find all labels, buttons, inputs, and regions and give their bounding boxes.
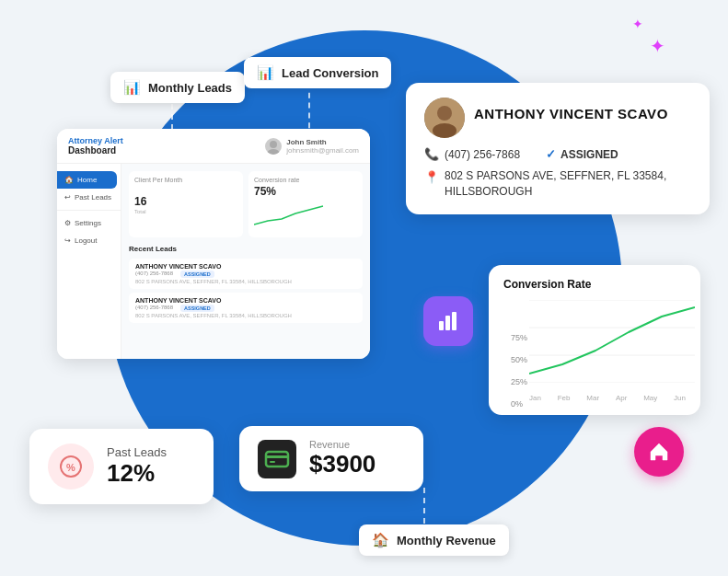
dashboard-header: Attorney Alert Dashboard John Smith john… bbox=[57, 129, 370, 164]
clients-chart-title: Client Per Month bbox=[134, 177, 237, 183]
contact-phone: 📞 (407) 256-7868 bbox=[424, 147, 520, 161]
contact-header: ANTHONY VINCENT SCAVO bbox=[424, 98, 691, 138]
svg-rect-11 bbox=[452, 312, 456, 330]
dashboard-body: 🏠 Home ↩ Past Leads ⚙ Settings ↪ Logout bbox=[57, 164, 370, 359]
revenue-card: Revenue $3900 bbox=[239, 426, 423, 491]
svg-point-1 bbox=[268, 149, 279, 155]
sidebar-item-settings[interactable]: ⚙ Settings bbox=[57, 214, 121, 232]
conversion-rate-title: Conversion Rate bbox=[503, 278, 686, 291]
contact-status: ✓ ASSIGNED bbox=[546, 147, 618, 161]
lead-conversion-tooltip: 📊 Lead Conversion bbox=[244, 57, 391, 88]
svg-point-3 bbox=[437, 106, 452, 121]
contact-card: ANTHONY VINCENT SCAVO 📞 (407) 256-7868 ✓… bbox=[406, 83, 710, 214]
lead-detail-2: (407) 256-7868 ASSIGNED bbox=[135, 305, 356, 312]
contact-info-row: 📞 (407) 256-7868 ✓ ASSIGNED bbox=[424, 147, 691, 161]
bar-chart-icon: 📊 bbox=[123, 79, 141, 96]
recent-leads-title: Recent Leads bbox=[129, 245, 363, 253]
revenue-value: $3900 bbox=[309, 450, 376, 478]
conversion-mini-value: 75% bbox=[254, 185, 357, 198]
user-email: johnsmith@gmail.com bbox=[286, 146, 359, 155]
lead-conversion-label: Lead Conversion bbox=[282, 66, 378, 80]
purple-chart-button[interactable] bbox=[423, 296, 473, 346]
conversion-chart-mini: Conversion rate 75% bbox=[248, 171, 363, 237]
home-icon: 🏠 bbox=[64, 176, 74, 184]
past-leads-card: % Past Leads 12% bbox=[29, 429, 214, 504]
scene: ✦ ✦ 📊 Monthly Leads 📊 Lead Conversion At… bbox=[0, 0, 728, 576]
lead-address-2: 802 S PARSONS AVE, SEFFNER, FL 33584, HI… bbox=[135, 313, 356, 318]
charts-row: Client Per Month 16 Total bbox=[129, 171, 363, 237]
user-info: John Smith johnsmith@gmail.com bbox=[265, 138, 359, 155]
dashboard-title: Dashboard bbox=[68, 145, 123, 156]
dashboard-card: Attorney Alert Dashboard John Smith john… bbox=[57, 129, 370, 359]
monthly-revenue-label: Monthly Revenue bbox=[397, 534, 496, 547]
dashboard-main: Client Per Month 16 Total bbox=[121, 164, 370, 359]
monthly-revenue-icon: 🏠 bbox=[372, 532, 389, 548]
settings-icon: ⚙ bbox=[64, 219, 71, 227]
conversion-y-labels: 75% 50% 25% 0% bbox=[511, 333, 527, 409]
past-leads-text: Past Leads 12% bbox=[107, 445, 167, 488]
revenue-label: Revenue bbox=[309, 439, 376, 450]
lead-item-2[interactable]: ANTHONY VINCENT SCAVO (407) 256-7868 ASS… bbox=[129, 293, 363, 323]
sidebar-item-past-leads[interactable]: ↩ Past Leads bbox=[57, 189, 121, 206]
lead-address-1: 802 S PARSONS AVE, SEFFNER, FL 33584, HI… bbox=[135, 279, 356, 284]
phone-icon: 📞 bbox=[424, 147, 439, 161]
monthly-leads-tooltip: 📊 Monthly Leads bbox=[110, 72, 245, 103]
app-logo: Attorney Alert bbox=[68, 136, 123, 145]
revenue-text: Revenue $3900 bbox=[309, 439, 376, 478]
conversion-chart-container: 75% 50% 25% 0% Jan Feb Mar bbox=[503, 300, 686, 402]
conversion-x-labels: Jan Feb Mar Apr May Jun bbox=[529, 394, 686, 402]
check-icon: ✓ bbox=[546, 147, 556, 161]
clients-bar-chart bbox=[152, 189, 163, 214]
conversion-line-chart bbox=[254, 202, 328, 228]
conversion-chart-svg-area bbox=[529, 300, 686, 392]
svg-rect-15 bbox=[266, 455, 288, 458]
pink-home-button[interactable] bbox=[634, 427, 684, 477]
past-leads-sidebar-icon: ↩ bbox=[64, 193, 71, 202]
sidebar-bottom: ⚙ Settings ↪ Logout bbox=[57, 210, 121, 249]
lead-conversion-icon: 📊 bbox=[257, 64, 274, 81]
monthly-leads-label: Monthly Leads bbox=[148, 81, 232, 95]
lead-detail-1: (407) 256-7868 ASSIGNED bbox=[135, 271, 356, 278]
clients-chart-value: 16 bbox=[134, 195, 146, 208]
revenue-icon bbox=[258, 440, 296, 478]
contact-address: 📍 802 S PARSONS AVE, SEFFNER, FL 33584, … bbox=[424, 168, 691, 200]
sparkle-icon-1: ✦ bbox=[632, 17, 643, 31]
conversion-mini-title: Conversion rate bbox=[254, 177, 357, 183]
avatar bbox=[265, 138, 282, 155]
svg-rect-9 bbox=[439, 321, 444, 330]
location-icon: 📍 bbox=[424, 169, 439, 186]
clients-chart-sub: Total bbox=[134, 209, 146, 214]
svg-text:%: % bbox=[66, 462, 75, 473]
conversion-svg bbox=[529, 300, 695, 383]
logout-icon: ↪ bbox=[64, 236, 71, 245]
sidebar-item-logout[interactable]: ↪ Logout bbox=[57, 232, 121, 249]
past-leads-icon: % bbox=[48, 444, 94, 490]
past-leads-label: Past Leads bbox=[107, 445, 167, 459]
chart-icon bbox=[435, 308, 461, 334]
svg-rect-16 bbox=[270, 461, 275, 463]
monthly-revenue-tooltip: 🏠 Monthly Revenue bbox=[359, 524, 509, 556]
lead-item-1[interactable]: ANTHONY VINCENT SCAVO (407) 256-7868 ASS… bbox=[129, 259, 363, 289]
contact-avatar bbox=[424, 98, 465, 138]
lead-name-2: ANTHONY VINCENT SCAVO bbox=[135, 297, 356, 304]
svg-rect-14 bbox=[266, 452, 288, 467]
lead-name-1: ANTHONY VINCENT SCAVO bbox=[135, 263, 356, 270]
svg-point-0 bbox=[270, 141, 277, 148]
contact-name: ANTHONY VINCENT SCAVO bbox=[474, 106, 668, 121]
clients-chart: Client Per Month 16 Total bbox=[129, 171, 243, 237]
past-leads-value: 12% bbox=[107, 459, 167, 488]
svg-rect-10 bbox=[445, 316, 450, 330]
user-name: John Smith bbox=[286, 138, 359, 146]
recent-leads-section: Recent Leads ANTHONY VINCENT SCAVO (407)… bbox=[129, 245, 363, 323]
svg-point-4 bbox=[433, 123, 456, 138]
sparkle-icon-2: ✦ bbox=[650, 35, 665, 57]
conversion-rate-card: Conversion Rate 75% 50% 25% 0% bbox=[489, 265, 700, 415]
home-icon-pink bbox=[646, 439, 672, 465]
dashboard-sidebar: 🏠 Home ↩ Past Leads ⚙ Settings ↪ Logout bbox=[57, 164, 121, 359]
sidebar-item-home[interactable]: 🏠 Home bbox=[57, 171, 117, 189]
